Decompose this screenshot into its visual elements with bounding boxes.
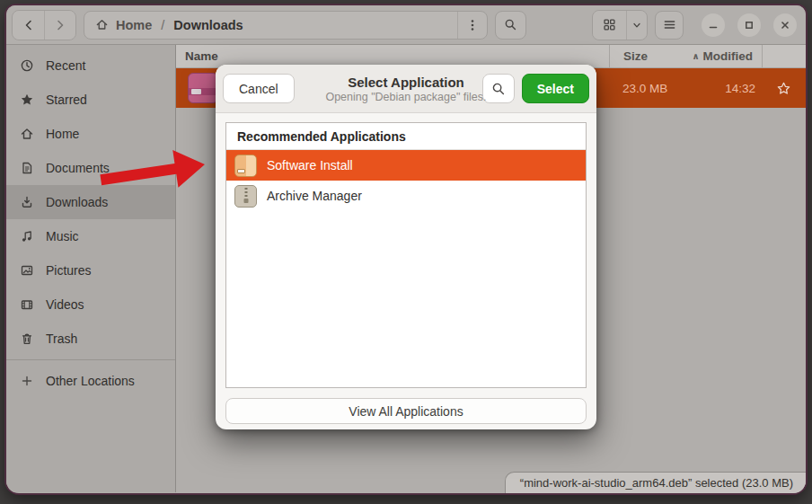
selection-status-bar: “mind-work-ai-studio_arm64.deb” selected…: [505, 472, 806, 493]
close-button[interactable]: [773, 13, 797, 37]
column-favorite: [762, 45, 806, 67]
minimize-icon: [707, 19, 719, 31]
breadcrumb-current[interactable]: Downloads: [173, 18, 243, 32]
column-modified[interactable]: ∧ Modified: [676, 49, 762, 63]
sidebar-item-starred[interactable]: Starred: [6, 83, 175, 117]
app-name: Archive Manager: [267, 189, 362, 203]
back-icon: [22, 18, 36, 32]
selection-status-text: “mind-work-ai-studio_arm64.deb” selected…: [520, 476, 793, 490]
software-install-icon: [234, 155, 257, 177]
sidebar-item-label: Documents: [46, 161, 110, 175]
file-size: 23.0 MB: [609, 82, 676, 95]
chevron-down-icon: [631, 20, 642, 31]
view-all-applications-button[interactable]: View All Applications: [225, 398, 587, 424]
select-application-dialog: Cancel Select Application Opening "Debia…: [216, 65, 596, 429]
dialog-header: Cancel Select Application Opening "Debia…: [216, 65, 596, 113]
hamburger-icon: [663, 18, 676, 31]
sort-ascending-icon: ∧: [692, 51, 699, 61]
sidebar-item-music[interactable]: Music: [6, 219, 175, 253]
sidebar-item-label: Pictures: [46, 263, 92, 278]
music-icon: [20, 229, 34, 243]
dialog-subtitle: Opening "Debian package" files.: [298, 90, 514, 103]
breadcrumb-separator: /: [161, 18, 164, 32]
sidebar-item-downloads[interactable]: Downloads: [6, 185, 175, 219]
favorite-cell[interactable]: [762, 81, 806, 96]
grid-view-button[interactable]: [593, 11, 626, 40]
sidebar-item-home[interactable]: Home: [6, 117, 175, 151]
sidebar-item-label: Trash: [46, 332, 77, 346]
minimize-button[interactable]: [702, 13, 725, 37]
app-row-archive-manager[interactable]: Archive Manager: [226, 181, 586, 211]
forward-icon: [53, 18, 67, 32]
select-button[interactable]: Select: [522, 74, 589, 103]
sidebar-item-recent[interactable]: Recent: [6, 49, 175, 83]
column-size[interactable]: Size: [609, 45, 676, 67]
navigation-buttons: [12, 10, 76, 40]
grid-view-icon: [603, 18, 616, 31]
trash-icon: [20, 332, 34, 346]
back-button[interactable]: [13, 11, 44, 40]
sidebar-item-documents[interactable]: Documents: [6, 151, 175, 185]
videos-icon: [20, 297, 34, 312]
forward-button[interactable]: [44, 11, 75, 40]
deb-package-icon: [188, 73, 218, 103]
dialog-title-block: Select Application Opening "Debian packa…: [298, 74, 514, 103]
sidebar-item-label: Home: [46, 127, 79, 141]
maximize-button[interactable]: [737, 13, 761, 37]
path-menu-button[interactable]: [457, 12, 487, 39]
breadcrumb-home[interactable]: Home: [116, 18, 152, 32]
sidebar-item-label: Other Locations: [46, 374, 135, 388]
starred-icon: [20, 93, 34, 107]
sidebar-item-other-locations[interactable]: Other Locations: [6, 364, 175, 398]
cancel-button[interactable]: Cancel: [223, 74, 295, 103]
recent-icon: [20, 58, 34, 73]
sidebar-item-label: Music: [46, 229, 79, 243]
close-icon: [779, 19, 791, 31]
maximize-icon: [743, 19, 755, 31]
documents-icon: [20, 161, 34, 175]
sidebar-item-pictures[interactable]: Pictures: [6, 253, 175, 287]
search-button[interactable]: [495, 11, 526, 40]
breadcrumb: Home / Downloads: [84, 11, 488, 40]
dialog-title: Select Application: [298, 74, 514, 90]
sidebar-item-videos[interactable]: Videos: [6, 287, 175, 322]
window-controls: [702, 13, 797, 37]
file-modified: 14:32: [676, 82, 762, 95]
app-row-software-install[interactable]: Software Install: [226, 150, 586, 181]
pictures-icon: [20, 263, 34, 278]
main-menu-button[interactable]: [655, 11, 684, 40]
column-name[interactable]: Name: [176, 49, 609, 63]
headerbar: Home / Downloads: [6, 5, 806, 45]
view-options-button[interactable]: [626, 11, 647, 40]
app-name: Software Install: [267, 158, 353, 172]
sidebar-separator: [6, 359, 175, 360]
home-icon: [95, 18, 109, 31]
sidebar-item-label: Downloads: [46, 195, 108, 209]
view-toggle: [592, 10, 648, 40]
application-list: Recommended Applications Software Instal…: [225, 122, 587, 388]
search-icon: [504, 18, 517, 31]
downloads-icon: [20, 195, 34, 209]
home-icon: [20, 127, 34, 141]
sidebar: Recent Starred Home Documents Downloads …: [6, 45, 176, 492]
sidebar-item-label: Starred: [46, 93, 87, 107]
plus-icon: [20, 374, 34, 388]
sidebar-item-label: Recent: [46, 58, 85, 73]
archive-manager-icon: [234, 185, 257, 208]
recommended-applications-header: Recommended Applications: [226, 123, 586, 150]
sidebar-item-label: Videos: [46, 297, 84, 312]
sidebar-item-trash[interactable]: Trash: [6, 322, 175, 356]
star-outline-icon: [776, 81, 791, 96]
menu-dots-icon: [466, 19, 479, 31]
